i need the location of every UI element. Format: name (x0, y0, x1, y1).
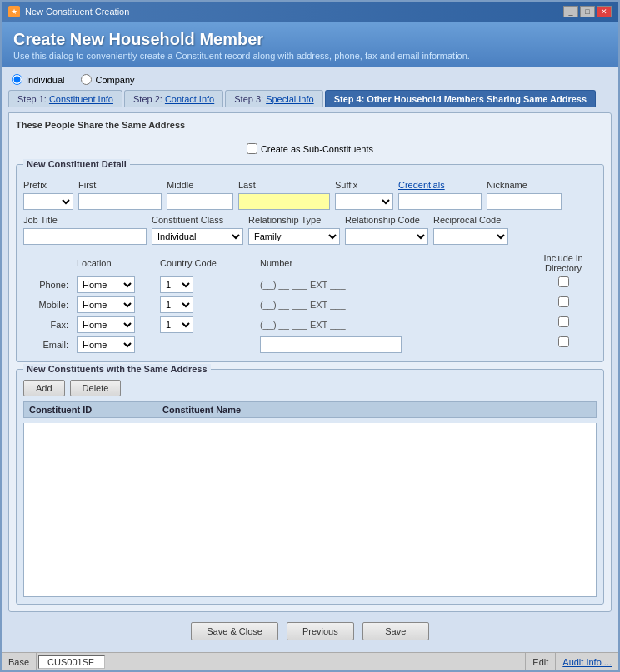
job-title-input[interactable] (23, 228, 147, 245)
credentials-label[interactable]: Credentials (398, 180, 482, 192)
phone-location-select[interactable]: Home (77, 276, 135, 293)
company-radio[interactable] (81, 74, 92, 85)
minimize-button[interactable]: _ (563, 6, 578, 17)
individual-radio[interactable] (12, 74, 22, 85)
email-input[interactable] (260, 336, 402, 353)
fax-row: Fax: Home 1 (__) __-___ EXT ___ (23, 315, 597, 335)
add-button[interactable]: Add (23, 380, 65, 396)
fax-include-cb[interactable] (558, 316, 569, 327)
tab-step4[interactable]: Step 4: Other Household Members Sharing … (325, 90, 596, 107)
status-edit: Edit (525, 653, 556, 670)
status-bar: Base CUS001SF Edit Audit Info ... (2, 652, 618, 670)
page-title: Create New Household Member (13, 30, 607, 49)
individual-radio-label[interactable]: Individual (12, 74, 64, 85)
fax-location-select[interactable]: Home (77, 316, 135, 333)
nickname-label: Nickname (487, 180, 562, 192)
add-delete-row: Add Delete (23, 380, 597, 396)
phone-label: Phone: (23, 275, 73, 295)
main-panel: These People Share the Same Address Crea… (8, 112, 612, 612)
sub-constituents-row: Create as Sub-Constituents (16, 140, 604, 157)
previous-button[interactable]: Previous (287, 622, 354, 640)
app-icon: ★ (8, 6, 20, 17)
radio-row: Individual Company (8, 74, 612, 85)
number-header: Number (257, 251, 405, 275)
email-include-cb[interactable] (558, 336, 569, 347)
location-header: Location (73, 251, 140, 275)
prefix-select[interactable] (23, 193, 73, 210)
individual-label: Individual (26, 75, 64, 85)
tab-step2-label: Step 2: (133, 94, 165, 104)
tab-step3-link[interactable]: Special Info (266, 94, 313, 104)
tab-step2-link[interactable]: Contact Info (165, 94, 214, 104)
suffix-label: Suffix (335, 180, 393, 192)
relationship-code-select[interactable] (345, 228, 428, 245)
tab-step3[interactable]: Step 3: Special Info (225, 90, 322, 107)
relationship-code-label: Relationship Code (345, 215, 428, 226)
first-label: First (78, 180, 162, 192)
sub-constituents-label[interactable]: Create as Sub-Constituents (247, 143, 373, 154)
window-controls: _ □ ✕ (563, 6, 612, 17)
constituent-name-header: Constituent Name (162, 405, 591, 415)
mobile-include-cb[interactable] (558, 296, 569, 307)
status-base-label: Base (2, 653, 37, 670)
include-directory-header: Include in Directory (530, 251, 597, 275)
email-location-select[interactable]: Home (77, 336, 135, 353)
tab-step2[interactable]: Step 2: Contact Info (124, 90, 223, 107)
company-radio-label[interactable]: Company (81, 74, 134, 85)
fax-label: Fax: (23, 315, 73, 335)
mobile-label: Mobile: (23, 295, 73, 315)
mobile-row: Mobile: Home 1 (__) __-___ EXT ___ (23, 295, 597, 315)
constituent-class-label: Constituent Class (152, 215, 243, 226)
constituent-detail-title: New Constituent Detail (23, 159, 130, 169)
last-input[interactable] (238, 193, 330, 210)
constituent-class-select[interactable]: Individual (152, 228, 243, 245)
tab-step4-label: Step 4: Other Household Members Sharing … (334, 94, 587, 104)
prefix-label: Prefix (23, 180, 73, 192)
tab-step1[interactable]: Step 1: Constituent Info (8, 90, 122, 107)
save-button[interactable]: Save (362, 622, 429, 640)
fax-number: (__) __-___ EXT ___ (260, 320, 346, 330)
new-constituents-title: New Constituents with the Same Address (23, 364, 211, 374)
audit-info-link[interactable]: Audit Info ... (556, 653, 618, 670)
suffix-select[interactable] (335, 193, 393, 210)
phone-number: (__) __-___ EXT ___ (260, 280, 346, 290)
job-title-label: Job Title (23, 215, 147, 226)
sub-constituents-checkbox[interactable] (247, 143, 258, 154)
share-address-title: These People Share the Same Address (16, 120, 604, 130)
maximize-button[interactable]: □ (580, 6, 595, 17)
header-section: Create New Household Member Use this dia… (2, 22, 618, 67)
mobile-location-select[interactable]: Home (77, 296, 135, 313)
footer-buttons: Save & Close Previous Save (8, 617, 612, 645)
country-code-header: Country Code (157, 251, 240, 275)
first-input[interactable] (78, 193, 162, 210)
phone-include-cb[interactable] (558, 276, 569, 287)
tab-step1-link[interactable]: Constituent Info (49, 94, 113, 104)
nickname-input[interactable] (487, 193, 562, 210)
tab-step1-label: Step 1: (18, 94, 49, 104)
constituents-table-header: Constituent ID Constituent Name (23, 401, 597, 418)
last-label: Last (238, 180, 330, 192)
content-area: Individual Company Step 1: Constituent I… (2, 67, 618, 652)
save-close-button[interactable]: Save & Close (191, 622, 278, 640)
relationship-type-select[interactable]: Family (248, 228, 340, 245)
window-title: New Constituent Creation (25, 7, 129, 17)
reciprocal-code-select[interactable] (433, 228, 508, 245)
tabs-row: Step 1: Constituent Info Step 2: Contact… (8, 90, 612, 107)
title-bar-left: ★ New Constituent Creation (8, 6, 129, 17)
page-subtitle: Use this dialog to conveniently create a… (13, 51, 607, 61)
company-label: Company (95, 75, 134, 85)
phone-row: Phone: Home 1 (__) __-___ EXT ___ (23, 275, 597, 295)
sub-constituents-text: Create as Sub-Constituents (261, 144, 373, 154)
middle-label: Middle (167, 180, 233, 192)
credentials-input[interactable] (398, 193, 482, 210)
close-button[interactable]: ✕ (597, 6, 612, 17)
status-code: CUS001SF (38, 655, 105, 669)
reciprocal-code-label: Reciprocal Code (433, 215, 508, 226)
phone-country-select[interactable]: 1 (160, 276, 193, 293)
new-constituent-detail-group: New Constituent Detail Prefix First Midd… (16, 164, 604, 362)
title-bar: ★ New Constituent Creation _ □ ✕ (2, 2, 618, 22)
middle-input[interactable] (167, 193, 233, 210)
mobile-country-select[interactable]: 1 (160, 296, 193, 313)
delete-button[interactable]: Delete (70, 380, 122, 396)
fax-country-select[interactable]: 1 (160, 316, 193, 333)
